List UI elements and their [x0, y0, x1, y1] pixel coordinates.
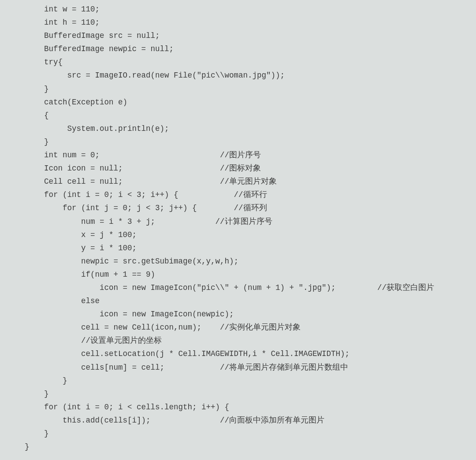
code-line: num = i * 3 + j; //计算图片序号	[0, 215, 476, 228]
code-line: else	[0, 294, 476, 308]
code-line: }	[0, 387, 476, 401]
code-line: if(num + 1 == 9)	[0, 268, 476, 281]
code-line: Cell cell = null; //单元图片对象	[0, 175, 476, 188]
code-line: int h = 110;	[0, 16, 476, 29]
code-line: newpic = src.getSubimage(x,y,w,h);	[0, 255, 476, 268]
code-line: for (int i = 0; i < cells.length; i++) {	[0, 401, 476, 414]
code-line: for (int i = 0; i < 3; i++) { //循环行	[0, 188, 476, 201]
code-line: Icon icon = null; //图标对象	[0, 162, 476, 175]
code-line: for (int j = 0; j < 3; j++) { //循环列	[0, 201, 476, 215]
code-line: int num = 0; //图片序号	[0, 148, 476, 162]
code-line: {	[0, 109, 476, 122]
code-block: int w = 110; int h = 110; BufferedImage …	[0, 0, 476, 453]
code-line: cell.setLocation(j * Cell.IMAGEWIDTH,i *…	[0, 347, 476, 360]
code-line: }	[0, 135, 476, 148]
code-line: }	[0, 374, 476, 387]
code-line: x = j * 100;	[0, 228, 476, 241]
code-line: cells[num] = cell; //将单元图片存储到单元图片数组中	[0, 361, 476, 374]
code-line: catch(Exception e)	[0, 96, 476, 109]
code-line: }	[0, 82, 476, 96]
code-line: src = ImageIO.read(new File("pic\\woman.…	[0, 69, 476, 82]
code-line: cell = new Cell(icon,num); //实例化单元图片对象	[0, 321, 476, 334]
code-line: BufferedImage src = null;	[0, 29, 476, 42]
code-line: BufferedImage newpic = null;	[0, 42, 476, 56]
code-line: try{	[0, 56, 476, 69]
code-line: this.add(cells[i]); //向面板中添加所有单元图片	[0, 414, 476, 427]
code-line: }	[0, 427, 476, 440]
code-line: int w = 110;	[0, 3, 476, 16]
code-line-closing-brace: }	[0, 440, 476, 453]
code-line: y = i * 100;	[0, 241, 476, 255]
code-line: //设置单元图片的坐标	[0, 334, 476, 347]
code-line: icon = new ImageIcon("pic\\" + (num + 1)…	[0, 281, 476, 294]
code-line: System.out.println(e);	[0, 122, 476, 135]
code-line: icon = new ImageIcon(newpic);	[0, 308, 476, 321]
